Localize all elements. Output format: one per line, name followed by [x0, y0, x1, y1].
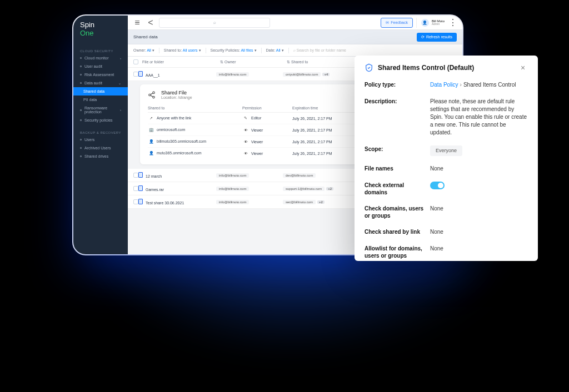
- refresh-icon: ⟳: [421, 35, 425, 39]
- sidebar-item-ransomware[interactable]: Ransomware protection›: [73, 104, 128, 116]
- topbar: ≡ < ⌕ ✉Feedback 👤 Bill Moto Admin ⋮: [128, 16, 462, 30]
- count-badge: +2: [317, 200, 325, 204]
- filter-search[interactable]: ⌕ Search by file or folder name: [293, 48, 346, 52]
- dot-icon: [80, 119, 82, 121]
- sidebar-item-user-audit[interactable]: User audit: [73, 62, 128, 71]
- menu-icon[interactable]: ≡: [132, 18, 142, 28]
- label-description: Description:: [365, 98, 425, 105]
- value-allowlist: None: [430, 245, 528, 253]
- checkbox[interactable]: [133, 186, 138, 191]
- value-file-names: None: [430, 165, 528, 173]
- svg-line-4: [151, 95, 153, 96]
- brand-logo: SpinOne: [73, 16, 128, 45]
- dot-icon: [80, 57, 82, 59]
- shared-chip: dev@billmoto.com: [283, 173, 316, 178]
- label-check-external: Check external domains: [365, 182, 425, 196]
- shared-chip: sec@billmoto.com: [283, 200, 316, 204]
- filter-bar: Owner: All ▾ Shared to: All users ▾ Secu…: [128, 44, 462, 57]
- search-input[interactable]: ⌕: [159, 18, 270, 28]
- policy-panel: Shared Items Control (Default) × Policy …: [355, 56, 538, 261]
- crumb-data-policy[interactable]: Data Policy: [430, 82, 458, 88]
- sidebar-section-backup: BACKUP & RECOVERY: [73, 129, 128, 135]
- col-file[interactable]: File or folder: [142, 60, 220, 64]
- sidebar-item-security-policies[interactable]: Security policies: [73, 116, 128, 124]
- person-icon: 👤: [148, 151, 154, 155]
- feedback-button[interactable]: ✉Feedback: [381, 18, 413, 28]
- sidebar: SpinOne CLOUD SECURITY Cloud monitor› Us…: [73, 16, 128, 254]
- doc-icon: [138, 185, 143, 191]
- sidebar-section-cloud-security: CLOUD SECURITY: [73, 47, 128, 54]
- avatar: 👤: [421, 19, 429, 27]
- label-scope: Scope:: [365, 145, 425, 153]
- close-icon[interactable]: ×: [518, 63, 528, 72]
- dot-icon: [80, 66, 82, 67]
- chevron-right-icon: ›: [120, 108, 121, 112]
- label-file-names: File names: [365, 165, 425, 172]
- eye-icon: 👁: [242, 140, 249, 144]
- checkbox[interactable]: [133, 199, 138, 204]
- filter-date[interactable]: Date: All ▾: [266, 48, 284, 53]
- page-header: Shared data ⟳Refresh results: [128, 30, 462, 44]
- search-icon: ⌕: [213, 20, 216, 25]
- col-owner[interactable]: ⇅ Owner: [220, 60, 287, 64]
- card-col-shared-to: Shared to: [148, 106, 242, 110]
- sidebar-item-pii-data[interactable]: PII data: [73, 96, 128, 104]
- sidebar-item-shared-drives[interactable]: Shared drives: [73, 152, 128, 160]
- domain-icon: 🏢: [148, 128, 154, 132]
- value-check-shared-link: None: [430, 228, 528, 236]
- chevron-down-icon: ⌄: [118, 81, 121, 85]
- more-icon[interactable]: ⋮: [448, 18, 458, 28]
- checkbox[interactable]: [133, 72, 138, 77]
- panel-title: Shared Items Control (Default): [378, 64, 513, 72]
- crumb-shared-items: Shared Items Control: [463, 82, 516, 88]
- checkbox[interactable]: [133, 173, 138, 178]
- edit-icon: ✎: [242, 116, 249, 120]
- count-badge: +4: [322, 73, 330, 76]
- sidebar-item-archived-users[interactable]: Archived Users: [73, 144, 128, 152]
- person-icon: 👤: [148, 139, 154, 144]
- chat-icon: ✉: [386, 21, 389, 25]
- svg-point-0: [153, 92, 155, 94]
- shared-chip: support-1@billmoto.com: [283, 187, 325, 191]
- sidebar-item-data-audit[interactable]: Data audit⌄: [73, 79, 128, 87]
- share-icon: [148, 91, 156, 99]
- page-title: Shared data: [133, 34, 158, 39]
- scope-pill[interactable]: Everyone: [430, 145, 462, 156]
- checkbox-all[interactable]: [133, 59, 138, 64]
- doc-icon: [138, 172, 143, 178]
- dot-icon: [80, 82, 82, 84]
- dot-icon: [80, 74, 82, 76]
- sidebar-item-shared-data[interactable]: Shared data: [73, 87, 128, 96]
- filter-owner[interactable]: Owner: All ▾: [133, 48, 154, 53]
- eye-icon: 👁: [242, 128, 249, 132]
- sidebar-item-cloud-monitor[interactable]: Cloud monitor›: [73, 54, 128, 62]
- share-icon[interactable]: <: [146, 18, 156, 28]
- label-policy-type: Policy type:: [365, 81, 425, 88]
- shield-icon: [365, 63, 373, 72]
- label-check-domains: Check domains, users or groups: [365, 205, 425, 219]
- eye-icon: 👁: [242, 152, 249, 155]
- svg-point-1: [149, 94, 151, 96]
- card-location: Location: /strange: [161, 96, 192, 99]
- label-allowlist: Allowlist for domains, users or groups: [365, 245, 425, 259]
- toggle-check-external[interactable]: [430, 182, 445, 189]
- filter-policies[interactable]: Security Policies: All files ▾: [211, 48, 257, 53]
- user-role: Admin: [432, 23, 445, 26]
- doc-icon: [138, 199, 143, 204]
- value-check-domains: None: [430, 205, 528, 213]
- owner-chip: info@billmoto.com: [216, 173, 249, 178]
- user-menu[interactable]: 👤 Bill Moto Admin: [416, 18, 445, 28]
- owner-chip: info@billmoto.com: [216, 72, 249, 77]
- sidebar-item-risk-assessment[interactable]: Risk Assessment: [73, 71, 128, 79]
- value-description: Please note, these are default rule sett…: [430, 98, 528, 137]
- sidebar-item-users[interactable]: Users: [73, 135, 128, 144]
- shared-chip: oniyuki@billmoto.com: [283, 72, 321, 77]
- dot-icon: [80, 155, 82, 157]
- dot-icon: [80, 139, 82, 140]
- refresh-button[interactable]: ⟳Refresh results: [417, 33, 457, 42]
- chevron-right-icon: ›: [120, 57, 121, 60]
- filter-shared-to[interactable]: Shared to: All users ▾: [164, 48, 201, 53]
- svg-line-3: [151, 93, 153, 94]
- dot-icon: [80, 109, 82, 111]
- owner-chip: info@billmoto.com: [216, 187, 249, 191]
